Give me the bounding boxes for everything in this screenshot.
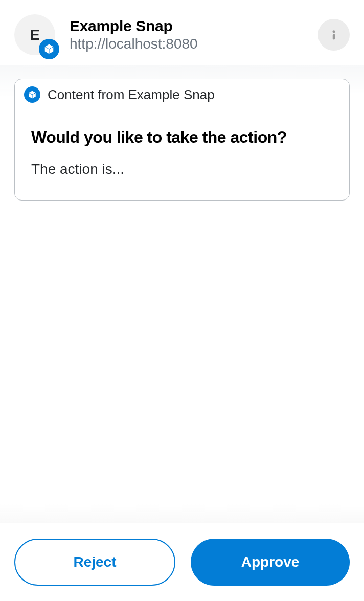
card-header: Content from Example Snap (15, 79, 349, 110)
header: E Example Snap http://localhost:8080 (0, 0, 364, 65)
avatar-letter: E (30, 26, 40, 43)
app-title: Example Snap (70, 17, 318, 35)
svg-rect-1 (333, 34, 335, 39)
card-source-label: Content from Example Snap (48, 87, 215, 103)
snap-badge-icon (39, 39, 59, 59)
header-titles: Example Snap http://localhost:8080 (70, 17, 318, 52)
info-button[interactable] (318, 19, 350, 51)
svg-point-0 (333, 30, 335, 33)
approve-button[interactable]: Approve (191, 539, 350, 586)
info-icon (326, 27, 342, 42)
card-description: The action is... (31, 161, 333, 177)
reject-label: Reject (73, 554, 116, 570)
approve-label: Approve (241, 554, 300, 570)
cube-icon (24, 86, 40, 103)
card-title: Would you like to take the action? (31, 128, 333, 147)
main-area: Content from Example Snap Would you like… (0, 65, 364, 523)
app-avatar: E (14, 14, 55, 55)
card-body: Would you like to take the action? The a… (15, 110, 349, 200)
footer: Reject Approve (0, 523, 364, 601)
reject-button[interactable]: Reject (14, 539, 175, 586)
app-origin: http://localhost:8080 (70, 36, 318, 52)
content-card: Content from Example Snap Would you like… (14, 79, 350, 201)
